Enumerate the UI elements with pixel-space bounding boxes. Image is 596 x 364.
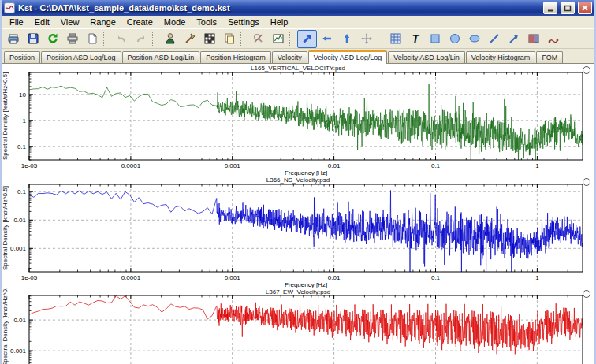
rectangle-icon[interactable] xyxy=(425,30,445,48)
tab-velocity-histogram[interactable]: Velocity Histogram xyxy=(466,51,536,63)
svg-text:1e-05: 1e-05 xyxy=(21,274,38,281)
svg-text:0.01: 0.01 xyxy=(328,274,341,281)
y-axis-label: Spectral Density [knot/Hz^0.5] xyxy=(2,184,10,272)
close-button[interactable] xyxy=(578,2,592,14)
plot-panel-0: L165_VERTICAL_VELOCITY:psdSpectral Densi… xyxy=(2,65,594,176)
undo-icon[interactable] xyxy=(111,30,131,48)
toolbar-separator xyxy=(378,32,384,46)
svg-text:0.1: 0.1 xyxy=(17,143,27,150)
plot-title: L165_VERTICAL_VELOCITY:psd xyxy=(2,65,594,72)
svg-text:1: 1 xyxy=(535,274,539,281)
tab-position[interactable]: Position xyxy=(4,51,40,63)
x-zoom-icon[interactable] xyxy=(317,30,337,48)
svg-text:Frequency [Hz]: Frequency [Hz] xyxy=(285,281,327,288)
tab-bar: PositionPosition ASD Log/LogPosition ASD… xyxy=(2,49,594,64)
data-manager-icon[interactable] xyxy=(199,30,219,48)
picture-icon[interactable] xyxy=(523,30,543,48)
svg-text:0.1: 0.1 xyxy=(431,162,441,169)
print-setup-icon[interactable] xyxy=(62,30,82,48)
edit-tool-icon[interactable] xyxy=(180,30,199,48)
arrow-icon[interactable] xyxy=(504,30,523,48)
curve-icon[interactable] xyxy=(543,30,563,48)
tab-velocity-asd-log-lin[interactable]: Velocity ASD Log/Lin xyxy=(388,51,465,63)
plot-canvas[interactable]: 1e-050.00010.0010.010.110.10.010.001Freq… xyxy=(2,176,593,288)
menu-item-settings[interactable]: Settings xyxy=(222,17,265,28)
circle-icon[interactable] xyxy=(445,30,464,48)
toolbar: T xyxy=(2,28,594,49)
svg-text:1: 1 xyxy=(535,162,539,169)
app-window: Kst - C:\DATA\kst_sample_data\demo\kst_d… xyxy=(0,0,596,364)
toolbar-separator xyxy=(103,32,110,46)
save-icon[interactable] xyxy=(23,30,43,48)
tab-position-histogram[interactable]: Position Histogram xyxy=(200,51,271,63)
plot-focus-circle[interactable] xyxy=(583,66,590,74)
menu-item-file[interactable]: File xyxy=(4,17,29,28)
print-icon[interactable] xyxy=(3,30,23,48)
y-zoom-icon[interactable] xyxy=(337,30,356,48)
minimize-button[interactable] xyxy=(543,2,557,14)
reload-icon[interactable] xyxy=(43,30,62,48)
plot-area: L165_VERTICAL_VELOCITY:psdSpectral Densi… xyxy=(2,64,594,364)
svg-text:0.001: 0.001 xyxy=(225,162,241,169)
svg-text:0.01: 0.01 xyxy=(13,317,26,324)
data-wizard-icon[interactable] xyxy=(160,30,180,48)
tab-position-asd-log-lin[interactable]: Position ASD Log/Lin xyxy=(122,51,200,63)
menu-item-view[interactable]: View xyxy=(55,17,85,28)
redo-icon[interactable] xyxy=(131,30,151,48)
grid-layout-icon[interactable] xyxy=(386,30,405,48)
menu-item-tools[interactable]: Tools xyxy=(191,17,222,28)
tab-velocity-asd-log-log[interactable]: Velocity ASD Log/Log xyxy=(308,50,388,64)
menu-item-edit[interactable]: Edit xyxy=(29,17,55,28)
move-icon[interactable] xyxy=(356,30,376,48)
tab-position-asd-log-log[interactable]: Position ASD Log/Log xyxy=(41,51,121,63)
svg-text:1: 1 xyxy=(23,117,27,124)
new-document-icon[interactable] xyxy=(82,30,102,48)
toolbar-separator xyxy=(240,32,247,46)
menu-item-help[interactable]: Help xyxy=(265,17,294,28)
svg-text:0.0001: 0.0001 xyxy=(121,274,141,281)
title-bar[interactable]: Kst - C:\DATA\kst_sample_data\demo\kst_d… xyxy=(2,0,594,16)
toolbar-separator xyxy=(289,32,296,46)
maximize-button[interactable] xyxy=(561,2,575,14)
plot-title: L366_NS_Velocity:psd xyxy=(2,176,594,184)
app-icon xyxy=(4,2,15,13)
ellipse-icon[interactable] xyxy=(464,30,484,48)
zoom-off-icon[interactable] xyxy=(248,30,268,48)
y-axis-label: Spectral Density [knot/Hz^0.5] xyxy=(2,295,10,364)
svg-text:0.0001: 0.0001 xyxy=(121,162,141,169)
layout-mode-icon[interactable] xyxy=(268,30,288,48)
line-icon[interactable] xyxy=(484,30,504,48)
svg-text:T: T xyxy=(412,32,419,45)
plot-title: L367_EW_Velocity:psd xyxy=(2,288,594,295)
svg-text:0.01: 0.01 xyxy=(13,217,26,224)
toolbar-separator xyxy=(152,32,158,46)
tab-velocity[interactable]: Velocity xyxy=(272,51,307,63)
svg-text:0.001: 0.001 xyxy=(225,274,241,281)
copy-icon[interactable] xyxy=(219,30,239,48)
y-axis-label: Spectral Density [feet/s/Hz^0.5] xyxy=(2,72,10,160)
svg-text:1e-05: 1e-05 xyxy=(21,162,38,169)
svg-text:0.001: 0.001 xyxy=(10,245,27,252)
plot-panel-2: L367_EW_Velocity:psdSpectral Density [kn… xyxy=(2,288,594,364)
svg-text:0.1: 0.1 xyxy=(431,274,441,281)
svg-text:0.1: 0.1 xyxy=(17,188,27,195)
menu-item-create[interactable]: Create xyxy=(121,17,158,28)
svg-text:0.01: 0.01 xyxy=(328,162,341,169)
plot-panel-1: L366_NS_Velocity:psdSpectral Density [kn… xyxy=(2,176,594,288)
plot-canvas[interactable]: 1e-050.00010.0010.010.110.010.001 xyxy=(2,288,593,364)
svg-text:Frequency [Hz]: Frequency [Hz] xyxy=(285,169,327,176)
menu-item-mode[interactable]: Mode xyxy=(158,17,192,28)
menu-item-range[interactable]: Range xyxy=(84,17,121,28)
svg-text:0.001: 0.001 xyxy=(10,347,27,355)
window-title: Kst - C:\DATA\kst_sample_data\demo\kst_d… xyxy=(18,3,540,13)
tab-fom[interactable]: FOM xyxy=(536,51,563,63)
menu-bar: FileEditViewRangeCreateModeToolsSettings… xyxy=(2,16,594,28)
plot-focus-circle[interactable] xyxy=(583,290,590,298)
text-icon[interactable]: T xyxy=(405,30,425,48)
xy-zoom-icon[interactable] xyxy=(297,30,317,48)
plot-focus-circle[interactable] xyxy=(583,178,590,186)
svg-text:10: 10 xyxy=(19,91,26,98)
plot-canvas[interactable]: 1e-050.00010.0010.010.111010.1Frequency … xyxy=(2,65,593,176)
